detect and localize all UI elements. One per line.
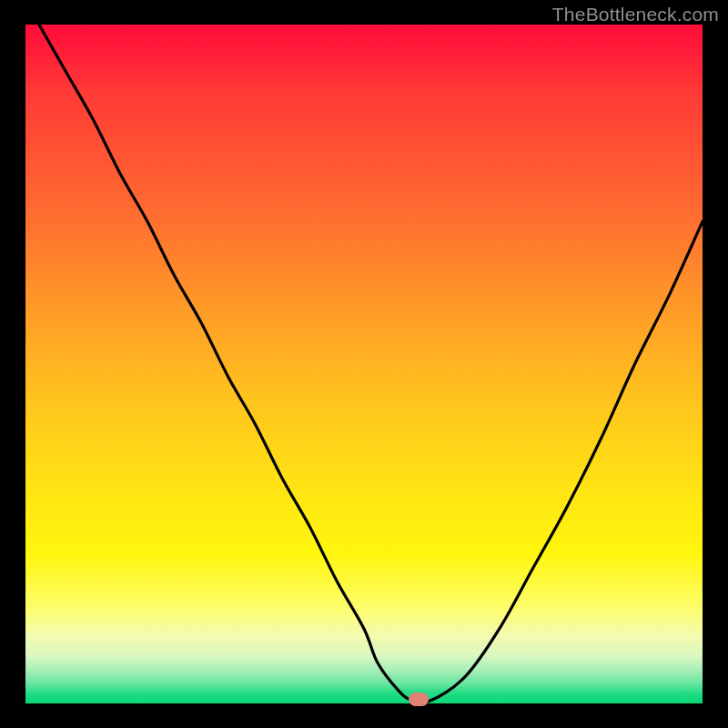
bottleneck-curve bbox=[25, 25, 703, 703]
optimal-marker bbox=[409, 693, 429, 706]
watermark-text: TheBottleneck.com bbox=[552, 4, 719, 25]
chart-frame: TheBottleneck.com bbox=[0, 0, 728, 728]
